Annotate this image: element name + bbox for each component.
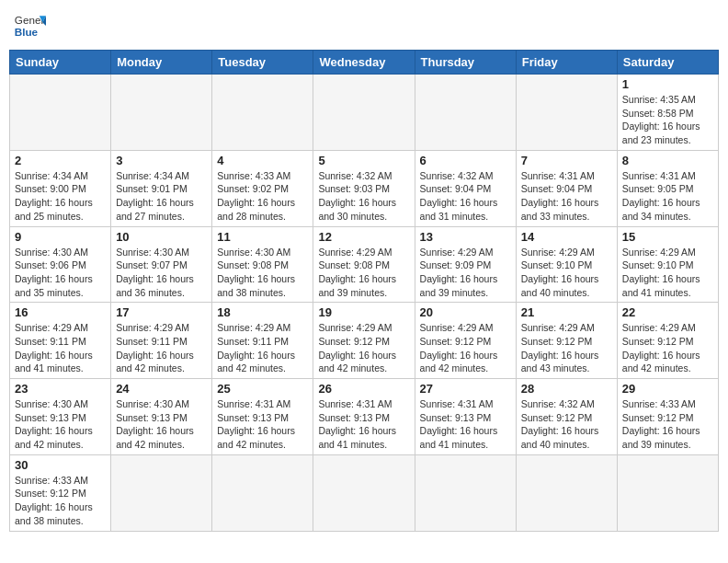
day-number: 9 (15, 230, 106, 244)
day-info: Sunrise: 4:31 AM Sunset: 9:04 PM Dayligh… (521, 169, 612, 224)
day-info: Sunrise: 4:31 AM Sunset: 9:13 PM Dayligh… (420, 397, 511, 452)
day-number: 2 (15, 154, 106, 167)
weekday-header-saturday: Saturday (617, 51, 718, 75)
calendar-week-row: 30Sunrise: 4:33 AM Sunset: 9:12 PM Dayli… (10, 454, 719, 531)
calendar-day-cell: 5Sunrise: 4:32 AM Sunset: 9:03 PM Daylig… (313, 150, 415, 226)
day-number: 13 (420, 230, 511, 244)
day-info: Sunrise: 4:29 AM Sunset: 9:12 PM Dayligh… (521, 321, 612, 375)
calendar-table: SundayMondayTuesdayWednesdayThursdayFrid… (9, 50, 719, 532)
day-info: Sunrise: 4:32 AM Sunset: 9:12 PM Dayligh… (521, 397, 612, 452)
calendar-day-cell (617, 454, 718, 531)
calendar-day-cell: 30Sunrise: 4:33 AM Sunset: 9:12 PM Dayli… (10, 454, 111, 531)
calendar-day-cell (415, 75, 516, 151)
day-number: 27 (420, 382, 511, 396)
day-number: 7 (521, 154, 612, 167)
calendar-day-cell (212, 454, 313, 531)
calendar-day-cell (111, 75, 212, 151)
weekday-header-sunday: Sunday (10, 51, 111, 75)
day-number: 21 (521, 305, 612, 319)
day-info: Sunrise: 4:34 AM Sunset: 9:00 PM Dayligh… (15, 169, 106, 224)
weekday-header-wednesday: Wednesday (313, 51, 415, 75)
day-info: Sunrise: 4:34 AM Sunset: 9:01 PM Dayligh… (116, 169, 207, 224)
svg-text:Blue: Blue (15, 26, 39, 38)
day-number: 23 (15, 382, 106, 396)
day-info: Sunrise: 4:29 AM Sunset: 9:11 PM Dayligh… (116, 321, 207, 375)
day-number: 30 (15, 458, 106, 472)
calendar-day-cell: 9Sunrise: 4:30 AM Sunset: 9:06 PM Daylig… (10, 226, 111, 303)
day-number: 25 (217, 382, 308, 396)
page-header: General Blue (9, 9, 719, 42)
weekday-header-thursday: Thursday (415, 51, 516, 75)
day-info: Sunrise: 4:32 AM Sunset: 9:04 PM Dayligh… (420, 169, 511, 224)
calendar-day-cell (313, 75, 415, 151)
day-number: 22 (622, 305, 713, 319)
day-number: 12 (318, 230, 409, 244)
weekday-header-row: SundayMondayTuesdayWednesdayThursdayFrid… (10, 51, 719, 75)
day-number: 1 (622, 77, 713, 91)
day-info: Sunrise: 4:29 AM Sunset: 9:12 PM Dayligh… (622, 321, 713, 375)
calendar-day-cell: 25Sunrise: 4:31 AM Sunset: 9:13 PM Dayli… (212, 379, 313, 455)
calendar-day-cell: 29Sunrise: 4:33 AM Sunset: 9:12 PM Dayli… (617, 379, 718, 455)
day-number: 5 (318, 154, 409, 167)
calendar-day-cell: 10Sunrise: 4:30 AM Sunset: 9:07 PM Dayli… (111, 226, 212, 303)
day-number: 4 (217, 154, 308, 167)
day-info: Sunrise: 4:31 AM Sunset: 9:13 PM Dayligh… (217, 397, 308, 452)
day-info: Sunrise: 4:29 AM Sunset: 9:10 PM Dayligh… (622, 246, 713, 300)
day-info: Sunrise: 4:30 AM Sunset: 9:08 PM Dayligh… (217, 246, 308, 300)
day-info: Sunrise: 4:33 AM Sunset: 9:12 PM Dayligh… (15, 474, 106, 528)
weekday-header-tuesday: Tuesday (212, 51, 313, 75)
calendar-day-cell: 12Sunrise: 4:29 AM Sunset: 9:08 PM Dayli… (313, 226, 415, 303)
calendar-week-row: 16Sunrise: 4:29 AM Sunset: 9:11 PM Dayli… (10, 303, 719, 379)
weekday-header-monday: Monday (111, 51, 212, 75)
day-info: Sunrise: 4:33 AM Sunset: 9:12 PM Dayligh… (622, 397, 713, 452)
calendar-day-cell: 1Sunrise: 4:35 AM Sunset: 8:58 PM Daylig… (617, 75, 718, 151)
day-info: Sunrise: 4:30 AM Sunset: 9:06 PM Dayligh… (15, 246, 106, 300)
calendar-day-cell: 21Sunrise: 4:29 AM Sunset: 9:12 PM Dayli… (516, 303, 617, 379)
calendar-day-cell: 28Sunrise: 4:32 AM Sunset: 9:12 PM Dayli… (516, 379, 617, 455)
weekday-header-friday: Friday (516, 51, 617, 75)
logo-icon: General Blue (13, 9, 46, 42)
day-info: Sunrise: 4:31 AM Sunset: 9:05 PM Dayligh… (622, 169, 713, 224)
day-number: 19 (318, 305, 409, 319)
calendar-day-cell (313, 454, 415, 531)
calendar-day-cell: 26Sunrise: 4:31 AM Sunset: 9:13 PM Dayli… (313, 379, 415, 455)
day-number: 18 (217, 305, 308, 319)
day-number: 6 (420, 154, 511, 167)
day-info: Sunrise: 4:29 AM Sunset: 9:11 PM Dayligh… (15, 321, 106, 375)
day-info: Sunrise: 4:30 AM Sunset: 9:13 PM Dayligh… (15, 397, 106, 452)
day-info: Sunrise: 4:29 AM Sunset: 9:08 PM Dayligh… (318, 246, 409, 300)
day-number: 11 (217, 230, 308, 244)
calendar-day-cell: 13Sunrise: 4:29 AM Sunset: 9:09 PM Dayli… (415, 226, 516, 303)
day-number: 29 (622, 382, 713, 396)
logo: General Blue (13, 9, 46, 42)
calendar-day-cell: 3Sunrise: 4:34 AM Sunset: 9:01 PM Daylig… (111, 150, 212, 226)
day-info: Sunrise: 4:29 AM Sunset: 9:09 PM Dayligh… (420, 246, 511, 300)
day-info: Sunrise: 4:33 AM Sunset: 9:02 PM Dayligh… (217, 169, 308, 224)
calendar-day-cell (111, 454, 212, 531)
calendar-day-cell (516, 75, 617, 151)
day-info: Sunrise: 4:30 AM Sunset: 9:13 PM Dayligh… (116, 397, 207, 452)
day-number: 26 (318, 382, 409, 396)
calendar-day-cell: 6Sunrise: 4:32 AM Sunset: 9:04 PM Daylig… (415, 150, 516, 226)
day-info: Sunrise: 4:32 AM Sunset: 9:03 PM Dayligh… (318, 169, 409, 224)
day-number: 8 (622, 154, 713, 167)
calendar-day-cell: 8Sunrise: 4:31 AM Sunset: 9:05 PM Daylig… (617, 150, 718, 226)
calendar-week-row: 9Sunrise: 4:30 AM Sunset: 9:06 PM Daylig… (10, 226, 719, 303)
day-number: 24 (116, 382, 207, 396)
calendar-day-cell (10, 75, 111, 151)
calendar-day-cell: 16Sunrise: 4:29 AM Sunset: 9:11 PM Dayli… (10, 303, 111, 379)
calendar-day-cell: 24Sunrise: 4:30 AM Sunset: 9:13 PM Dayli… (111, 379, 212, 455)
day-info: Sunrise: 4:29 AM Sunset: 9:10 PM Dayligh… (521, 246, 612, 300)
calendar-day-cell: 23Sunrise: 4:30 AM Sunset: 9:13 PM Dayli… (10, 379, 111, 455)
calendar-week-row: 23Sunrise: 4:30 AM Sunset: 9:13 PM Dayli… (10, 379, 719, 455)
calendar-week-row: 2Sunrise: 4:34 AM Sunset: 9:00 PM Daylig… (10, 150, 719, 226)
calendar-day-cell (212, 75, 313, 151)
calendar-day-cell: 4Sunrise: 4:33 AM Sunset: 9:02 PM Daylig… (212, 150, 313, 226)
calendar-day-cell: 27Sunrise: 4:31 AM Sunset: 9:13 PM Dayli… (415, 379, 516, 455)
day-number: 10 (116, 230, 207, 244)
calendar-day-cell: 14Sunrise: 4:29 AM Sunset: 9:10 PM Dayli… (516, 226, 617, 303)
day-number: 28 (521, 382, 612, 396)
day-info: Sunrise: 4:29 AM Sunset: 9:11 PM Dayligh… (217, 321, 308, 375)
day-info: Sunrise: 4:29 AM Sunset: 9:12 PM Dayligh… (318, 321, 409, 375)
day-info: Sunrise: 4:30 AM Sunset: 9:07 PM Dayligh… (116, 246, 207, 300)
